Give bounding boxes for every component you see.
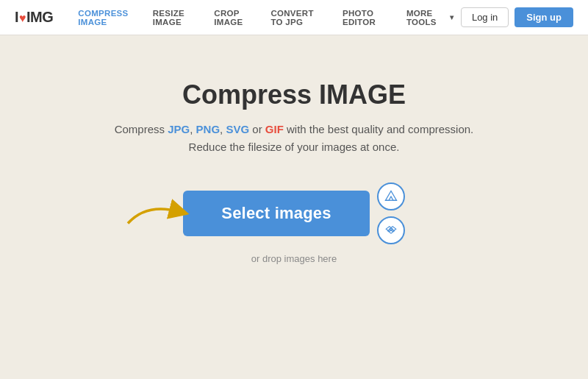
dropbox-button[interactable] (377, 216, 405, 244)
nav-photo-editor[interactable]: PHOTO EDITOR (335, 6, 398, 29)
nav-convert-to-jpg[interactable]: CONVERT TO JPG (263, 6, 334, 29)
nav-crop-image[interactable]: CROP IMAGE (207, 6, 262, 29)
chevron-down-icon: ▾ (450, 13, 453, 21)
nav-more-tools[interactable]: MORE TOOLS ▾ (399, 6, 461, 29)
description-line2: Reduce the filesize of your images at on… (189, 141, 400, 153)
main-content: Compress IMAGE Compress JPG, PNG, SVG or… (0, 35, 588, 264)
format-png: PNG (196, 123, 220, 135)
upload-row: Select images (183, 183, 404, 244)
logo[interactable]: I♥IMG (15, 9, 53, 26)
google-drive-icon (384, 190, 398, 203)
google-drive-button[interactable] (377, 183, 405, 210)
signup-button[interactable]: Sign up (514, 7, 573, 27)
arrow-icon (124, 196, 190, 229)
logo-text: I♥IMG (15, 9, 53, 26)
logo-heart: ♥ (19, 12, 26, 24)
format-jpg: JPG (168, 123, 190, 135)
select-images-button[interactable]: Select images (183, 191, 369, 236)
page-description: Compress JPG, PNG, SVG or GIF with the b… (115, 121, 474, 156)
format-gif: GIF (265, 123, 284, 135)
format-svg: SVG (226, 123, 249, 135)
page-title: Compress IMAGE (182, 79, 406, 110)
navbar: I♥IMG COMPRESS IMAGE RESIZE IMAGE CROP I… (0, 0, 588, 35)
drop-text: or drop images here (251, 253, 337, 264)
upload-area: Select images or drop images h (183, 183, 404, 264)
nav-auth: Log in Sign up (461, 7, 573, 27)
nav-links: COMPRESS IMAGE RESIZE IMAGE CROP IMAGE C… (71, 6, 461, 29)
login-button[interactable]: Log in (461, 7, 509, 27)
dropbox-icon (384, 224, 398, 237)
cloud-buttons (377, 183, 405, 244)
arrow-container (124, 196, 190, 232)
nav-compress-image[interactable]: COMPRESS IMAGE (71, 6, 143, 29)
nav-resize-image[interactable]: RESIZE IMAGE (146, 6, 206, 29)
